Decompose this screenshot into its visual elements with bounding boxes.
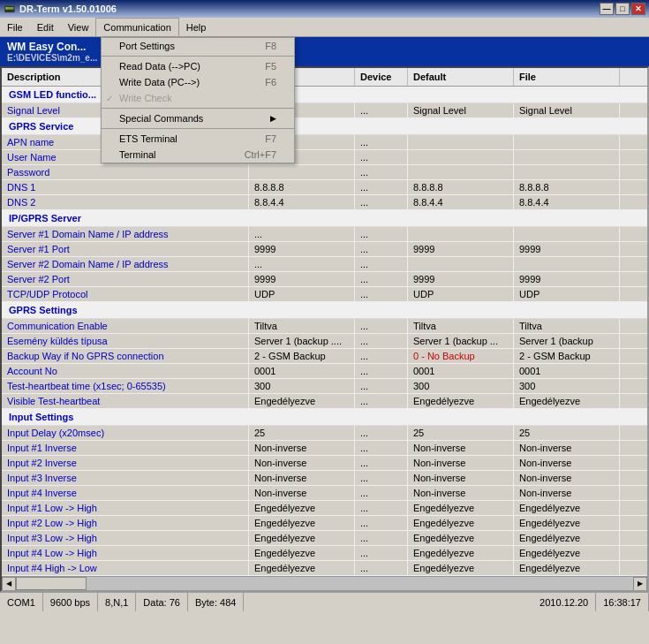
main-content: Description Device Default File GSM LED …: [0, 66, 649, 592]
table-row[interactable]: Input #1 Low -> High Engedélyezve ... En…: [2, 501, 647, 516]
separator-2: [102, 108, 294, 109]
table-row[interactable]: Input #3 Low -> High Engedélyezve ... En…: [2, 531, 647, 546]
menu-terminal[interactable]: Terminal Ctrl+F7: [102, 147, 294, 163]
menu-ets-terminal[interactable]: ETS Terminal F7: [102, 131, 294, 147]
table-row[interactable]: DNS 2 8.8.4.4 ... 8.8.4.4 8.8.4.4: [2, 195, 647, 210]
table-header: Description Device Default File: [2, 68, 647, 87]
menu-communication[interactable]: Communication: [95, 18, 178, 36]
status-bar: COM1 9600 bps 8,N,1 Data: 76 Byte: 484 2…: [0, 592, 649, 611]
table-row[interactable]: Input #4 Low -> High Engedélyezve ... En…: [2, 546, 647, 561]
table-row[interactable]: Input #4 High -> Low Engedélyezve ... En…: [2, 561, 647, 576]
status-date: 2010.12.20: [532, 593, 596, 611]
header-device: Device: [355, 68, 408, 86]
scroll-track[interactable]: [16, 577, 633, 590]
title-bar-controls: — □ ✕: [600, 3, 645, 15]
scroll-left-button[interactable]: ◀: [2, 577, 16, 591]
separator-3: [102, 128, 294, 129]
table-row[interactable]: Input #1 Inverse Non-inverse ... Non-inv…: [2, 441, 647, 456]
table-row[interactable]: APN name ...: [2, 135, 647, 150]
table-row[interactable]: Password ...: [2, 165, 647, 180]
menu-special-commands[interactable]: Special Commands ▶: [102, 110, 294, 126]
menu-write-check: Write Check: [102, 90, 294, 106]
table-row[interactable]: Visible Test-heartbeat Engedélyezve ... …: [2, 394, 647, 409]
table-row[interactable]: Input #2 Inverse Non-inverse ... Non-inv…: [2, 456, 647, 471]
minimize-button[interactable]: —: [600, 3, 614, 15]
table-row[interactable]: Server #1 Domain Name / IP address ... .…: [2, 227, 647, 242]
table-row[interactable]: Backup Way if No GPRS connection 2 - GSM…: [2, 349, 647, 364]
table-row[interactable]: Input #3 Inverse Non-inverse ... Non-inv…: [2, 471, 647, 486]
status-byte: Byte: 484: [188, 593, 244, 611]
status-data: Data: 76: [136, 593, 188, 611]
table-row[interactable]: Server #2 Port 9999 ... 9999 9999: [2, 272, 647, 287]
table-row[interactable]: Input #4 Inverse Non-inverse ... Non-inv…: [2, 486, 647, 501]
separator-1: [102, 56, 294, 57]
table-row[interactable]: Server #1 Port 9999 ... 9999 9999: [2, 242, 647, 257]
section-input-settings: Input Settings: [2, 409, 647, 426]
header-file: File: [514, 68, 620, 86]
table-body[interactable]: GSM LED functio... Signal Level ... Sign…: [2, 87, 647, 576]
menu-port-settings[interactable]: Port Settings F8: [102, 38, 294, 54]
table-row[interactable]: TCP/UDP Protocol UDP ... UDP UDP: [2, 287, 647, 302]
scroll-right-button[interactable]: ▶: [633, 577, 647, 591]
table-row[interactable]: Input #2 Low -> High Engedélyezve ... En…: [2, 516, 647, 531]
menu-write-data[interactable]: Write Data (PC-->) F6: [102, 74, 294, 90]
menu-bar: File Edit View Communication Help: [0, 18, 649, 37]
table-row[interactable]: Esemény küldés típusa Server 1 (backup .…: [2, 334, 647, 349]
menu-read-data[interactable]: Read Data (-->PC) F5: [102, 58, 294, 74]
horizontal-scrollbar[interactable]: ◀ ▶: [2, 576, 647, 590]
header-default: Default: [408, 68, 514, 86]
title-label: DR-Term v1.50.01006: [19, 4, 117, 14]
table-row[interactable]: Server #2 Domain Name / IP address ... .…: [2, 257, 647, 272]
section-gprs-settings: GPRS Settings: [2, 302, 647, 319]
title-bar-text: 📟 DR-Term v1.50.01006: [4, 4, 117, 15]
table-row[interactable]: User Name ...: [2, 150, 647, 165]
menu-view[interactable]: View: [61, 18, 96, 36]
communication-dropdown: Port Settings F8 Read Data (-->PC) F5 Wr…: [101, 37, 295, 163]
table-row[interactable]: DNS 1 8.8.8.8 ... 8.8.8.8 8.8.8.8: [2, 180, 647, 195]
menu-help[interactable]: Help: [179, 18, 214, 36]
status-baud: 9600 bps: [43, 593, 98, 611]
table-row[interactable]: Communication Enable Tiltva ... Tiltva T…: [2, 319, 647, 334]
maximize-button[interactable]: □: [615, 3, 630, 15]
title-bar: 📟 DR-Term v1.50.01006 — □ ✕: [0, 0, 649, 18]
table-row[interactable]: Test-heartbeat time (x1sec; 0-65535) 300…: [2, 379, 647, 394]
status-time: 16:38:17: [596, 593, 649, 611]
close-button[interactable]: ✕: [631, 3, 645, 15]
section-gprs-service: GPRS Service: [2, 118, 647, 135]
status-port: COM1: [0, 593, 43, 611]
table-row[interactable]: Input Delay (x20msec) 25 ... 25 25: [2, 426, 647, 441]
table-row[interactable]: Signal Level ... Signal Level Signal Lev…: [2, 103, 647, 118]
menu-edit[interactable]: Edit: [30, 18, 61, 36]
menu-file[interactable]: File: [0, 18, 30, 36]
section-gsm-led: GSM LED functio...: [2, 87, 647, 103]
blue-header: WM Easy Con... E:\DEVICES\m2m_e...: [0, 37, 649, 66]
section-ipgprs-server: IP/GPRS Server: [2, 210, 647, 227]
status-format: 8,N,1: [98, 593, 136, 611]
scroll-thumb[interactable]: [16, 577, 87, 590]
app-icon: 📟: [4, 4, 16, 15]
table-row[interactable]: Account No 0001 ... 0001 0001: [2, 364, 647, 379]
